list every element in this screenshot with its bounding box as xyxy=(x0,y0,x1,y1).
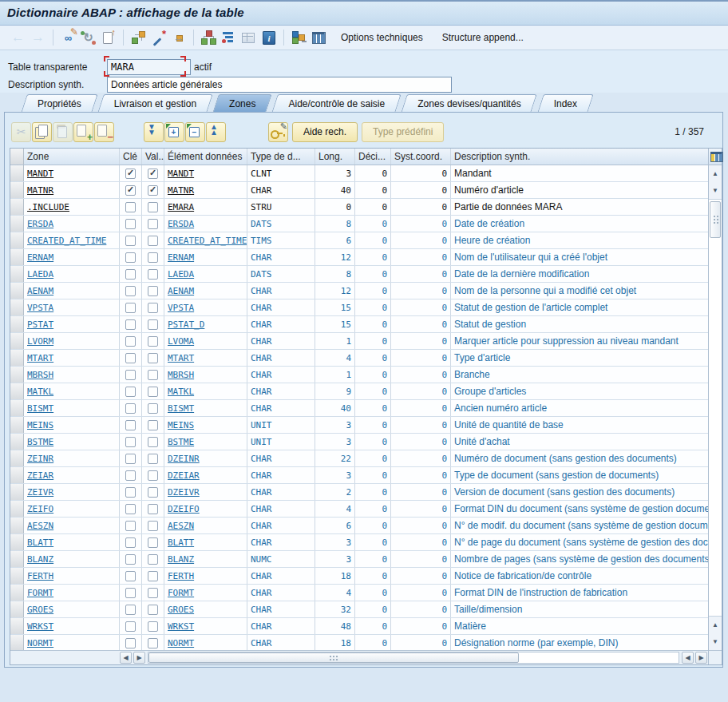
initial-value-checkbox[interactable] xyxy=(148,303,158,313)
data-element-link[interactable]: DZEIFO xyxy=(164,501,247,517)
row-selector[interactable] xyxy=(10,249,24,265)
scroll-bottom-up-icon[interactable]: ▲ xyxy=(709,617,722,633)
field-name-link[interactable]: BLANZ xyxy=(24,551,120,567)
row-selector[interactable] xyxy=(10,299,24,315)
insert-row-icon[interactable]: + xyxy=(73,122,93,142)
key-checkbox[interactable] xyxy=(125,185,136,196)
data-element-link[interactable]: MBRSH xyxy=(164,367,247,383)
data-element-link[interactable]: DZEIVR xyxy=(164,484,247,500)
field-name-link[interactable]: PSTAT xyxy=(24,316,120,332)
scroll-up-icon[interactable]: ▲ xyxy=(709,165,722,182)
field-name-link[interactable]: NORMT xyxy=(24,635,120,650)
key-checkbox[interactable] xyxy=(125,202,136,212)
key-checkbox[interactable] xyxy=(125,169,136,179)
row-selector[interactable] xyxy=(10,534,24,550)
row-selector[interactable] xyxy=(10,350,24,366)
key-checkbox[interactable] xyxy=(125,588,136,598)
refresh-icon[interactable]: ↻ xyxy=(80,30,97,46)
field-name-link[interactable]: MATKL xyxy=(24,383,120,399)
scroll-right-icon[interactable]: ▶ xyxy=(133,652,145,664)
initial-value-checkbox[interactable] xyxy=(148,605,158,615)
field-name-link[interactable]: MANDT xyxy=(24,165,120,181)
initial-value-checkbox[interactable] xyxy=(148,537,158,548)
data-element-link[interactable]: BLATT xyxy=(164,534,247,550)
row-selector[interactable] xyxy=(10,316,24,332)
select-all-header[interactable] xyxy=(10,149,24,165)
initial-value-checkbox[interactable] xyxy=(148,319,158,330)
data-element-link[interactable]: DZEIAR xyxy=(164,467,247,483)
data-element-link[interactable]: CREATED_AT_TIME xyxy=(164,232,247,248)
row-selector[interactable] xyxy=(10,367,24,383)
key-checkbox[interactable] xyxy=(125,554,136,565)
scroll-far-left-icon[interactable]: ◀ xyxy=(682,652,694,664)
column-header-type[interactable]: Type de d... xyxy=(247,149,315,165)
column-header-element[interactable]: Élément données xyxy=(164,149,247,165)
initial-value-checkbox[interactable] xyxy=(148,236,158,246)
row-selector[interactable] xyxy=(10,182,24,198)
key-checkbox[interactable] xyxy=(125,537,136,548)
row-selector[interactable] xyxy=(10,232,24,248)
field-name-link[interactable]: BSTME xyxy=(24,434,120,450)
field-name-link[interactable]: AENAM xyxy=(24,283,120,299)
initial-value-checkbox[interactable] xyxy=(148,286,158,296)
field-name-link[interactable]: BLATT xyxy=(24,534,120,550)
data-element-link[interactable]: MATKL xyxy=(164,383,247,399)
field-name-link[interactable]: MEINS xyxy=(24,417,120,433)
key-checkbox[interactable] xyxy=(125,219,136,229)
data-element-link[interactable]: ERSDA xyxy=(164,216,247,232)
initial-value-checkbox[interactable] xyxy=(148,387,158,397)
data-element-link[interactable]: LAEDA xyxy=(164,266,247,282)
data-element-link[interactable]: EMARA xyxy=(164,199,247,215)
data-element-link[interactable]: BSTME xyxy=(164,434,247,450)
initial-value-checkbox[interactable] xyxy=(148,554,158,565)
column-header-desc[interactable]: Description synth. xyxy=(451,149,708,165)
key-checkbox[interactable] xyxy=(125,470,136,481)
display-change-icon[interactable]: ∞✎ xyxy=(60,30,77,46)
initial-value-checkbox[interactable] xyxy=(148,169,158,179)
key-checkbox[interactable] xyxy=(125,605,136,615)
key-checkbox[interactable] xyxy=(125,236,136,246)
row-selector[interactable] xyxy=(10,266,24,282)
field-name-link[interactable]: WRKST xyxy=(24,618,120,634)
scroll-left-icon[interactable]: ◀ xyxy=(120,652,132,664)
data-element-link[interactable]: MTART xyxy=(164,350,247,366)
initial-value-checkbox[interactable] xyxy=(148,219,158,229)
field-name-link[interactable]: .INCLUDE xyxy=(24,199,120,215)
scroll-bottom-down-icon[interactable]: ▼ xyxy=(709,633,722,650)
row-selector[interactable] xyxy=(10,518,24,533)
key-checkbox[interactable] xyxy=(125,387,136,397)
row-selector[interactable] xyxy=(10,635,24,650)
structure-append-button[interactable]: Structure append... xyxy=(435,29,531,46)
key-checkbox[interactable] xyxy=(125,403,136,414)
object-list-icon[interactable] xyxy=(291,30,307,46)
field-name-link[interactable]: FORMT xyxy=(24,585,120,601)
data-element-link[interactable]: ERNAM xyxy=(164,249,247,265)
tab-index[interactable]: Index xyxy=(540,94,591,113)
field-name-link[interactable]: LVORM xyxy=(24,333,120,349)
move-icon[interactable]: ↔ xyxy=(170,30,187,46)
column-header-dec[interactable]: Déci... xyxy=(355,149,391,165)
index-list-icon[interactable] xyxy=(220,30,237,46)
row-selector[interactable] xyxy=(10,283,24,299)
column-layout-icon[interactable] xyxy=(709,149,722,165)
data-element-link[interactable]: GROES xyxy=(164,601,247,617)
search-help-button[interactable]: Aide rech. xyxy=(292,122,358,142)
column-header-length[interactable]: Long. xyxy=(315,149,355,165)
where-used-icon[interactable] xyxy=(130,30,147,46)
row-selector[interactable] xyxy=(10,601,24,617)
field-name-link[interactable]: ZEIVR xyxy=(24,484,120,500)
row-selector[interactable] xyxy=(10,417,24,433)
data-element-link[interactable]: DZEINR xyxy=(164,450,247,466)
field-name-link[interactable]: ERNAM xyxy=(24,249,120,265)
initial-value-checkbox[interactable] xyxy=(148,185,158,196)
row-selector[interactable] xyxy=(10,484,24,500)
field-name-link[interactable]: ZEIFO xyxy=(24,501,120,517)
key-checkbox[interactable] xyxy=(125,621,136,632)
initial-value-checkbox[interactable] xyxy=(148,470,158,481)
field-name-link[interactable]: MATNR xyxy=(24,182,120,198)
key-checkbox[interactable] xyxy=(125,571,136,581)
initial-value-checkbox[interactable] xyxy=(148,403,158,414)
column-header-coord[interactable]: Syst.coord. xyxy=(391,149,451,165)
data-element-link[interactable]: MATNR xyxy=(164,182,247,198)
initial-value-checkbox[interactable] xyxy=(148,420,158,430)
